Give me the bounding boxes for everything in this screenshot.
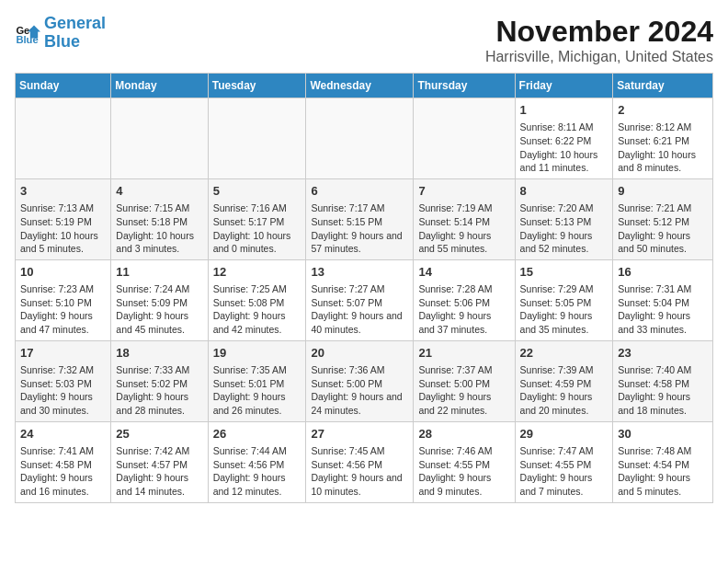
day-info: Sunrise: 7:36 AM Sunset: 5:00 PM Dayligh… [311,363,408,418]
calendar-cell: 11Sunrise: 7:24 AM Sunset: 5:09 PM Dayli… [111,259,208,340]
calendar-header: SundayMondayTuesdayWednesdayThursdayFrid… [16,74,713,98]
day-info: Sunrise: 7:33 AM Sunset: 5:02 PM Dayligh… [116,363,202,418]
day-number: 26 [213,426,301,442]
header-day-tuesday: Tuesday [208,74,306,98]
calendar-cell: 10Sunrise: 7:23 AM Sunset: 5:10 PM Dayli… [16,259,111,340]
calendar-title: November 2024 [485,15,713,49]
day-info: Sunrise: 7:31 AM Sunset: 5:04 PM Dayligh… [618,282,708,337]
day-info: Sunrise: 7:37 AM Sunset: 5:00 PM Dayligh… [418,363,509,418]
day-info: Sunrise: 7:48 AM Sunset: 4:54 PM Dayligh… [618,444,708,499]
day-number: 9 [618,183,708,200]
calendar-cell: 24Sunrise: 7:41 AM Sunset: 4:58 PM Dayli… [16,421,111,502]
day-info: Sunrise: 7:32 AM Sunset: 5:03 PM Dayligh… [20,363,106,418]
header-day-wednesday: Wednesday [306,74,414,98]
day-number: 27 [311,426,408,442]
calendar-cell: 29Sunrise: 7:47 AM Sunset: 4:55 PM Dayli… [515,421,613,502]
calendar-cell: 27Sunrise: 7:45 AM Sunset: 4:56 PM Dayli… [306,421,414,502]
calendar-cell: 30Sunrise: 7:48 AM Sunset: 4:54 PM Dayli… [613,421,713,502]
calendar-cell: 14Sunrise: 7:28 AM Sunset: 5:06 PM Dayli… [414,259,515,340]
day-number: 2 [618,102,708,119]
day-number: 22 [520,345,609,362]
calendar-cell [306,98,414,179]
day-number: 29 [520,426,609,442]
calendar-cell: 19Sunrise: 7:35 AM Sunset: 5:01 PM Dayli… [208,340,306,421]
week-row-1: 1Sunrise: 8:11 AM Sunset: 6:22 PM Daylig… [16,98,713,179]
calendar-subtitle: Harrisville, Michigan, United States [485,49,713,65]
calendar-cell: 25Sunrise: 7:42 AM Sunset: 4:57 PM Dayli… [111,421,208,502]
week-row-3: 10Sunrise: 7:23 AM Sunset: 5:10 PM Dayli… [16,259,713,340]
day-number: 25 [116,426,202,442]
header-day-friday: Friday [515,74,613,98]
day-number: 17 [20,345,106,362]
day-info: Sunrise: 7:16 AM Sunset: 5:17 PM Dayligh… [213,201,301,256]
header-day-thursday: Thursday [414,74,515,98]
header-day-saturday: Saturday [613,74,713,98]
calendar-cell: 2Sunrise: 8:12 AM Sunset: 6:21 PM Daylig… [613,98,713,179]
calendar-cell: 3Sunrise: 7:13 AM Sunset: 5:19 PM Daylig… [16,178,111,259]
logo-text-general: General [44,15,106,33]
day-number: 8 [520,183,609,200]
title-block: November 2024 Harrisville, Michigan, Uni… [485,15,713,65]
logo: Gen Blue General Blue [15,15,106,52]
day-info: Sunrise: 7:35 AM Sunset: 5:01 PM Dayligh… [213,363,301,418]
calendar-cell: 7Sunrise: 7:19 AM Sunset: 5:14 PM Daylig… [414,178,515,259]
day-info: Sunrise: 7:39 AM Sunset: 4:59 PM Dayligh… [520,363,609,418]
day-info: Sunrise: 7:44 AM Sunset: 4:56 PM Dayligh… [213,444,301,499]
header-day-sunday: Sunday [16,74,111,98]
day-info: Sunrise: 7:47 AM Sunset: 4:55 PM Dayligh… [520,444,609,499]
day-info: Sunrise: 7:45 AM Sunset: 4:56 PM Dayligh… [311,444,408,499]
day-number: 28 [418,426,509,442]
day-number: 7 [418,183,509,200]
calendar-cell: 16Sunrise: 7:31 AM Sunset: 5:04 PM Dayli… [613,259,713,340]
calendar-cell: 21Sunrise: 7:37 AM Sunset: 5:00 PM Dayli… [414,340,515,421]
day-info: Sunrise: 7:28 AM Sunset: 5:06 PM Dayligh… [418,282,509,337]
day-info: Sunrise: 7:20 AM Sunset: 5:13 PM Dayligh… [520,201,609,256]
calendar-cell: 12Sunrise: 7:25 AM Sunset: 5:08 PM Dayli… [208,259,306,340]
day-number: 12 [213,264,301,281]
day-number: 21 [418,345,509,362]
day-number: 10 [20,264,106,281]
day-number: 5 [213,183,301,200]
week-row-4: 17Sunrise: 7:32 AM Sunset: 5:03 PM Dayli… [16,340,713,421]
day-info: Sunrise: 7:21 AM Sunset: 5:12 PM Dayligh… [618,201,708,256]
header-row: SundayMondayTuesdayWednesdayThursdayFrid… [16,74,713,98]
calendar-cell: 8Sunrise: 7:20 AM Sunset: 5:13 PM Daylig… [515,178,613,259]
week-row-5: 24Sunrise: 7:41 AM Sunset: 4:58 PM Dayli… [16,421,713,502]
calendar-cell: 18Sunrise: 7:33 AM Sunset: 5:02 PM Dayli… [111,340,208,421]
day-info: Sunrise: 8:12 AM Sunset: 6:21 PM Dayligh… [618,121,708,175]
page-header: Gen Blue General Blue November 2024 Harr… [15,15,713,65]
day-number: 11 [116,264,202,281]
day-number: 14 [418,264,509,281]
calendar-cell: 1Sunrise: 8:11 AM Sunset: 6:22 PM Daylig… [515,98,613,179]
calendar-cell: 5Sunrise: 7:16 AM Sunset: 5:17 PM Daylig… [208,178,306,259]
day-info: Sunrise: 7:40 AM Sunset: 4:58 PM Dayligh… [618,363,708,418]
calendar-cell: 28Sunrise: 7:46 AM Sunset: 4:55 PM Dayli… [414,421,515,502]
day-info: Sunrise: 7:29 AM Sunset: 5:05 PM Dayligh… [520,282,609,337]
day-info: Sunrise: 8:11 AM Sunset: 6:22 PM Dayligh… [520,121,609,175]
header-day-monday: Monday [111,74,208,98]
day-info: Sunrise: 7:41 AM Sunset: 4:58 PM Dayligh… [20,444,106,499]
day-number: 1 [520,102,609,119]
day-number: 16 [618,264,708,281]
day-info: Sunrise: 7:25 AM Sunset: 5:08 PM Dayligh… [213,282,301,337]
calendar-cell: 26Sunrise: 7:44 AM Sunset: 4:56 PM Dayli… [208,421,306,502]
calendar-cell: 22Sunrise: 7:39 AM Sunset: 4:59 PM Dayli… [515,340,613,421]
day-number: 30 [618,426,708,442]
calendar-cell: 13Sunrise: 7:27 AM Sunset: 5:07 PM Dayli… [306,259,414,340]
day-number: 24 [20,426,106,442]
calendar-cell: 20Sunrise: 7:36 AM Sunset: 5:00 PM Dayli… [306,340,414,421]
day-number: 19 [213,345,301,362]
day-info: Sunrise: 7:42 AM Sunset: 4:57 PM Dayligh… [116,444,202,499]
day-info: Sunrise: 7:19 AM Sunset: 5:14 PM Dayligh… [418,201,509,256]
calendar-cell: 6Sunrise: 7:17 AM Sunset: 5:15 PM Daylig… [306,178,414,259]
day-info: Sunrise: 7:24 AM Sunset: 5:09 PM Dayligh… [116,282,202,337]
day-info: Sunrise: 7:46 AM Sunset: 4:55 PM Dayligh… [418,444,509,499]
calendar-cell: 9Sunrise: 7:21 AM Sunset: 5:12 PM Daylig… [613,178,713,259]
day-number: 4 [116,183,202,200]
day-number: 3 [20,183,106,200]
logo-text-blue: Blue [44,33,106,52]
day-number: 13 [311,264,408,281]
calendar-cell: 4Sunrise: 7:15 AM Sunset: 5:18 PM Daylig… [111,178,208,259]
calendar-cell [16,98,111,179]
calendar-cell [414,98,515,179]
